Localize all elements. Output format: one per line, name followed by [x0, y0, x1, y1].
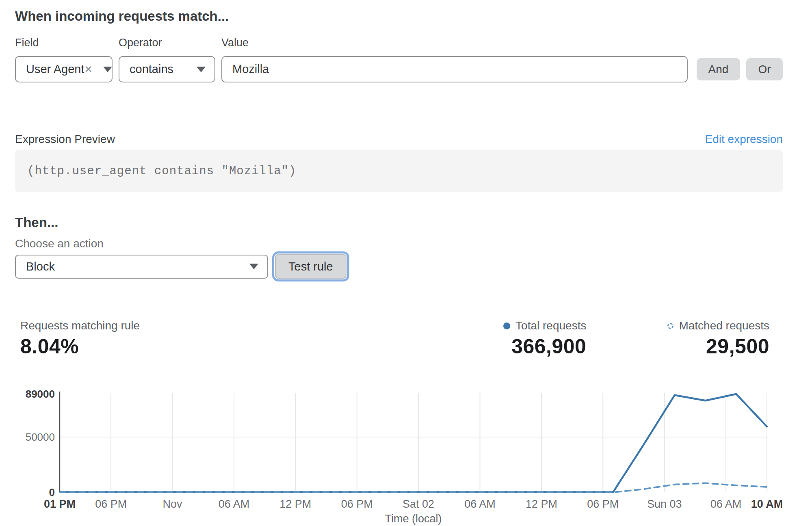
- total-requests-value: 366,900: [503, 336, 586, 357]
- value-label: Value: [221, 37, 688, 49]
- dashed-circle-icon: [667, 323, 673, 329]
- matched-requests-stat: Matched requests 29,500: [667, 319, 769, 357]
- total-requests-legend: Total requests: [503, 319, 586, 332]
- value-input[interactable]: [221, 56, 688, 82]
- svg-text:0: 0: [49, 486, 55, 498]
- svg-text:06 AM: 06 AM: [710, 498, 742, 510]
- edit-expression-link[interactable]: Edit expression: [705, 133, 783, 146]
- and-button[interactable]: And: [697, 58, 740, 80]
- test-rule-button[interactable]: Test rule: [275, 254, 346, 279]
- or-button[interactable]: Or: [746, 58, 783, 80]
- field-label: Field: [15, 37, 113, 49]
- choose-action-label: Choose an action: [15, 237, 783, 250]
- chevron-down-icon: [249, 264, 258, 269]
- svg-text:50000: 50000: [26, 431, 55, 443]
- matching-rule-label: Requests matching rule: [20, 319, 140, 332]
- condition-row: Field User Agent ✕ Operator contains Val…: [15, 37, 783, 82]
- action-row: Block Test rule: [15, 254, 783, 279]
- requests-chart: 01 PM06 PMNov06 AM12 PM06 PMSat 0206 AM1…: [15, 385, 783, 526]
- firewall-rule-page: When incoming requests match... Field Us…: [0, 8, 812, 526]
- action-select[interactable]: Block: [15, 255, 268, 279]
- svg-text:06 PM: 06 PM: [341, 498, 373, 510]
- svg-text:06 AM: 06 AM: [464, 498, 496, 510]
- operator-label: Operator: [119, 37, 215, 49]
- svg-text:06 PM: 06 PM: [95, 498, 127, 510]
- requests-chart-svg: 01 PM06 PMNov06 AM12 PM06 PMSat 0206 AM1…: [15, 385, 783, 526]
- svg-text:12 PM: 12 PM: [279, 498, 311, 510]
- svg-text:12 PM: 12 PM: [526, 498, 557, 510]
- matched-requests-label: Matched requests: [679, 319, 769, 332]
- expression-preview-label: Expression Preview: [15, 132, 115, 146]
- svg-text:Time (local): Time (local): [385, 513, 442, 525]
- expression-header: Expression Preview Edit expression: [15, 132, 783, 146]
- chevron-down-icon: [197, 67, 206, 72]
- expression-code: (http.user_agent contains "Mozilla"): [27, 165, 297, 178]
- svg-text:Sat 02: Sat 02: [403, 498, 434, 510]
- svg-text:06 AM: 06 AM: [219, 498, 250, 510]
- and-or-group: And Or: [697, 58, 783, 80]
- operator-select-value: contains: [130, 63, 197, 76]
- action-select-value: Block: [26, 260, 249, 273]
- match-heading: When incoming requests match...: [15, 8, 783, 24]
- field-select[interactable]: User Agent ✕: [15, 56, 113, 82]
- svg-text:06 PM: 06 PM: [587, 498, 619, 510]
- value-column: Value: [221, 37, 688, 82]
- field-select-value: User Agent: [26, 63, 84, 76]
- svg-text:Sun 03: Sun 03: [647, 498, 682, 510]
- svg-text:10 AM: 10 AM: [751, 498, 783, 510]
- field-column: Field User Agent ✕: [15, 37, 113, 82]
- operator-column: Operator contains: [119, 37, 215, 82]
- matched-requests-value: 29,500: [667, 336, 769, 357]
- matching-rule-stat: Requests matching rule 8.04%: [20, 319, 140, 357]
- svg-text:89000: 89000: [26, 388, 55, 400]
- stats-row: Requests matching rule 8.04% Total reque…: [15, 319, 783, 357]
- then-heading: Then...: [15, 214, 783, 231]
- svg-text:Nov: Nov: [163, 498, 183, 510]
- operator-select[interactable]: contains: [119, 56, 215, 82]
- chevron-down-icon: [103, 67, 112, 72]
- svg-text:01 PM: 01 PM: [44, 498, 76, 510]
- solid-dot-icon: [503, 323, 510, 329]
- clear-field-icon[interactable]: ✕: [84, 65, 92, 74]
- expression-code-box: (http.user_agent contains "Mozilla"): [15, 150, 783, 192]
- total-requests-label: Total requests: [515, 319, 586, 332]
- total-requests-stat: Total requests 366,900: [503, 319, 586, 357]
- matched-requests-legend: Matched requests: [667, 319, 769, 332]
- matching-rule-value: 8.04%: [20, 336, 140, 357]
